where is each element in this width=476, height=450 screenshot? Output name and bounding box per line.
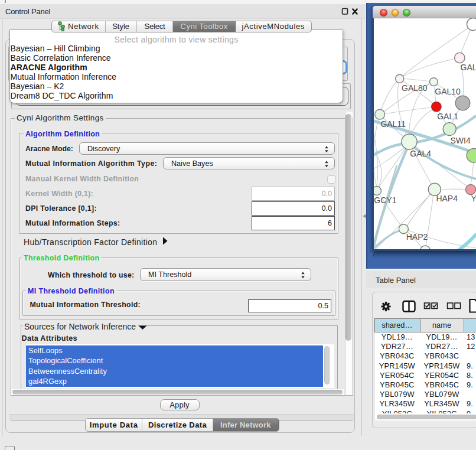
svg-text:SWI4: SWI4 — [451, 136, 471, 145]
svg-text:YE: YE — [471, 194, 476, 203]
svg-text:HAP4: HAP4 — [436, 194, 458, 203]
svg-text:GAL4: GAL4 — [410, 149, 431, 158]
svg-text:GAL11: GAL11 — [380, 119, 406, 129]
svg-text:GAL10: GAL10 — [435, 87, 461, 96]
svg-text:GAL1: GAL1 — [437, 112, 458, 121]
svg-text:GAL7: GAL7 — [461, 63, 476, 72]
svg-text:GCY1: GCY1 — [374, 195, 396, 205]
svg-text:GAL80: GAL80 — [402, 83, 428, 93]
svg-text:HAP2: HAP2 — [406, 232, 428, 242]
